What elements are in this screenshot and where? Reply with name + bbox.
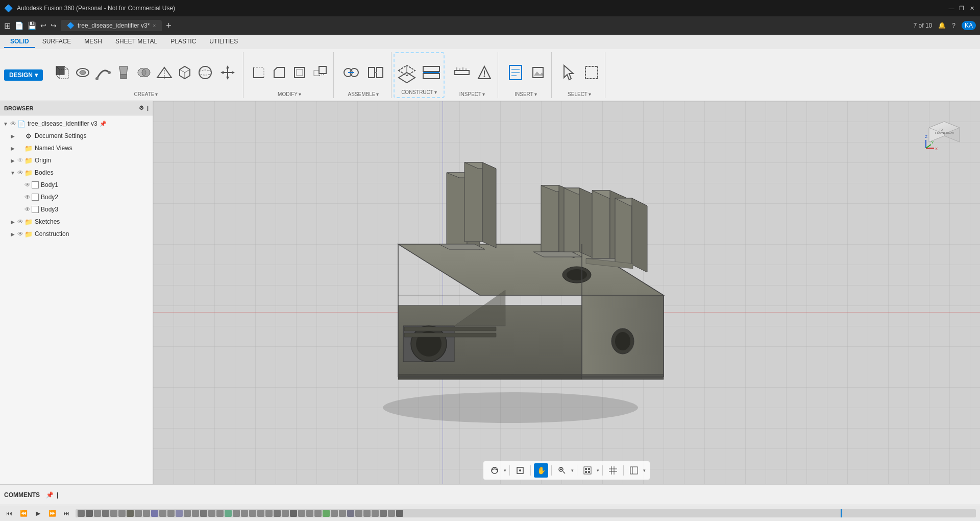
timeline-step[interactable] xyxy=(274,510,281,517)
tree-item-bodies[interactable]: ▼ 👁 📁 Bodies xyxy=(0,167,153,179)
timeline-step[interactable] xyxy=(127,510,134,517)
tab-plastic[interactable]: PLASTIC xyxy=(164,36,202,48)
zoom-chevron[interactable]: ▾ xyxy=(571,468,574,473)
redo-icon[interactable]: ↪ xyxy=(51,21,57,30)
tree-item-sketches[interactable]: ▶ 👁 📁 Sketches xyxy=(0,216,153,228)
tree-item-origin[interactable]: ▶ 👁 📁 Origin xyxy=(0,154,153,167)
minimize-button[interactable]: — xyxy=(947,4,955,12)
timeline-step[interactable] xyxy=(372,510,379,517)
modify-chamfer-icon[interactable] xyxy=(270,63,288,82)
create-revolve-icon[interactable] xyxy=(74,63,92,82)
comments-expand-icon[interactable]: | xyxy=(57,491,58,499)
timeline-step[interactable] xyxy=(200,510,207,517)
modify-shell-icon[interactable] xyxy=(290,63,309,82)
tree-item-construction[interactable]: ▶ 👁 📁 Construction xyxy=(0,228,153,240)
design-button[interactable]: DESIGN ▾ xyxy=(4,69,43,81)
modify-scale-icon[interactable] xyxy=(311,63,329,82)
timeline-step[interactable] xyxy=(347,510,354,517)
timeline-step[interactable] xyxy=(396,510,403,517)
timeline-step[interactable] xyxy=(380,510,387,517)
timeline-step[interactable] xyxy=(290,510,297,517)
browser-collapse-icon[interactable]: | xyxy=(147,105,149,111)
tab-sheet-metal[interactable]: SHEET METAL xyxy=(109,36,163,48)
tab-utilities[interactable]: UTILITIES xyxy=(203,36,244,48)
root-eye-icon[interactable]: 👁 xyxy=(9,120,17,127)
tree-item-body1[interactable]: ▶ 👁 Body1 xyxy=(0,179,153,191)
grid-icon[interactable]: ⊞ xyxy=(4,21,11,31)
user-avatar[interactable]: KA xyxy=(962,21,976,30)
timeline-step[interactable] xyxy=(135,510,142,517)
create-sphere-icon[interactable] xyxy=(196,63,214,82)
new-tab-button[interactable]: + xyxy=(166,20,172,31)
construct-offset-plane-icon[interactable] xyxy=(396,61,418,84)
timeline-step[interactable] xyxy=(298,510,305,517)
timeline-step[interactable] xyxy=(78,510,85,517)
timeline-step[interactable] xyxy=(143,510,150,517)
maximize-button[interactable]: ❐ xyxy=(958,4,966,12)
timeline-step[interactable] xyxy=(323,510,330,517)
display-mode-icon[interactable] xyxy=(580,463,595,478)
body1-eye-icon[interactable]: 👁 xyxy=(23,181,32,188)
orbit-icon[interactable] xyxy=(487,463,502,478)
timeline-step[interactable] xyxy=(110,510,117,517)
select-window-icon[interactable] xyxy=(582,63,601,82)
look-at-icon[interactable] xyxy=(513,463,527,478)
body2-eye-icon[interactable]: 👁 xyxy=(23,194,32,201)
create-combine-icon[interactable] xyxy=(135,63,153,82)
timeline-step[interactable] xyxy=(306,510,313,517)
create-move-icon[interactable] xyxy=(216,61,239,84)
assemble-joint-icon[interactable] xyxy=(340,61,362,84)
display-chevron[interactable]: ▾ xyxy=(597,468,599,473)
create-extrude-icon[interactable] xyxy=(53,63,71,82)
timeline-step[interactable] xyxy=(388,510,395,517)
file-icon[interactable]: 📄 xyxy=(15,21,23,30)
timeline-step[interactable] xyxy=(225,510,232,517)
browser-settings-icon[interactable]: ⚙ xyxy=(139,105,144,111)
inspect-chevron-icon[interactable]: ▾ xyxy=(482,91,485,97)
insert-svg-icon[interactable] xyxy=(504,61,527,84)
timeline-step[interactable] xyxy=(86,510,93,517)
timeline-play-reverse-end-button[interactable]: ⏮ xyxy=(4,508,14,518)
body3-eye-icon[interactable]: 👁 xyxy=(23,206,32,213)
timeline-step[interactable] xyxy=(159,510,166,517)
timeline-step[interactable] xyxy=(151,510,158,517)
timeline-step[interactable] xyxy=(355,510,362,517)
timeline-step[interactable] xyxy=(339,510,346,517)
timeline-step[interactable] xyxy=(216,510,224,517)
timeline-step[interactable] xyxy=(208,510,215,517)
viewcube[interactable]: FRONT RIGHT TOP X Z Y xyxy=(924,111,965,152)
tab-mesh[interactable]: MESH xyxy=(78,36,108,48)
modify-fillet-icon[interactable] xyxy=(250,63,268,82)
close-button[interactable]: ✕ xyxy=(968,4,976,12)
view-settings-chevron[interactable]: ▾ xyxy=(643,468,646,473)
timeline-step[interactable] xyxy=(118,510,126,517)
notifications-icon[interactable]: 🔔 xyxy=(938,22,946,29)
timeline-track[interactable] xyxy=(76,509,976,517)
timeline-step[interactable] xyxy=(282,510,289,517)
active-tab[interactable]: 🔷 tree_disease_identifier v3* × xyxy=(61,20,162,31)
select-cursor-icon[interactable] xyxy=(558,61,580,84)
timeline-step[interactable] xyxy=(331,510,338,517)
assemble-chevron-icon[interactable]: ▾ xyxy=(376,91,379,97)
tree-item-doc-settings[interactable]: ▶ 👁 ⚙ Document Settings xyxy=(0,130,153,142)
select-chevron-icon[interactable]: ▾ xyxy=(589,91,591,97)
tree-item-body2[interactable]: ▶ 👁 Body2 xyxy=(0,191,153,203)
modify-chevron-icon[interactable]: ▾ xyxy=(299,91,301,97)
grid-icon[interactable] xyxy=(606,463,620,478)
help-icon[interactable]: ? xyxy=(952,22,955,29)
view-settings-icon[interactable] xyxy=(627,463,641,478)
tree-item-named-views[interactable]: ▶ 👁 📁 Named Views xyxy=(0,142,153,154)
insert-decal-icon[interactable] xyxy=(529,63,547,82)
zoom-icon[interactable] xyxy=(555,463,569,478)
root-pin-icon[interactable]: 📌 xyxy=(100,121,107,127)
create-box-icon[interactable] xyxy=(176,63,194,82)
create-plane-icon[interactable] xyxy=(155,63,174,82)
timeline-step[interactable] xyxy=(184,510,191,517)
tree-item-root[interactable]: ▼ 👁 📄 tree_disease_identifier v3 📌 xyxy=(0,117,153,130)
bodies-eye-icon[interactable]: 👁 xyxy=(16,169,24,176)
tab-close-icon[interactable]: × xyxy=(153,23,156,29)
timeline-step[interactable] xyxy=(176,510,183,517)
create-sweep-icon[interactable] xyxy=(94,63,112,82)
timeline-step[interactable] xyxy=(265,510,273,517)
origin-eye-icon[interactable]: 👁 xyxy=(16,157,24,164)
